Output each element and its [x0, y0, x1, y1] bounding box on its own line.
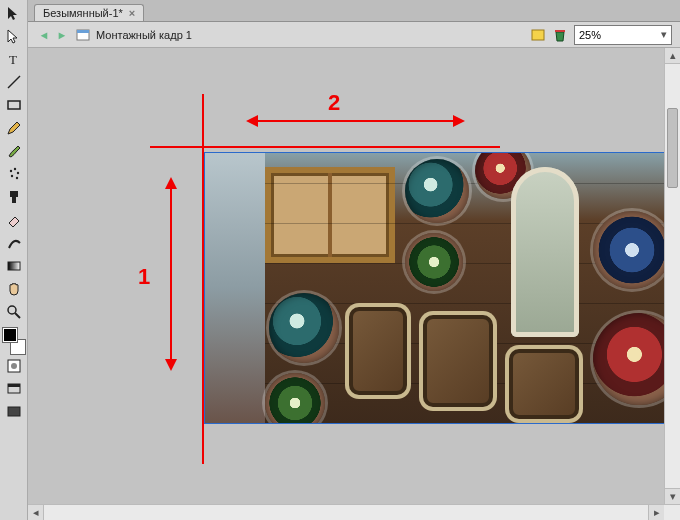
scroll-left-icon[interactable]: ◂ — [28, 505, 44, 520]
photo-window — [265, 167, 395, 263]
nav-arrows: ◄ ► — [36, 27, 70, 43]
docbar-right: 25% ▾ — [530, 25, 672, 45]
line-tool[interactable] — [3, 71, 25, 93]
type-tool[interactable]: T — [3, 48, 25, 70]
chevron-down-icon: ▾ — [661, 28, 667, 41]
photo-tall-panel — [511, 167, 579, 337]
zoom-tool[interactable] — [3, 301, 25, 323]
svg-point-6 — [10, 175, 12, 177]
photo-plank — [265, 183, 675, 184]
document-tabstrip: Безымянный-1* × — [28, 0, 680, 22]
preview-icon[interactable] — [530, 27, 546, 43]
scroll-down-icon[interactable]: ▾ — [665, 488, 680, 504]
photo-panel — [505, 345, 583, 423]
color-swatches[interactable] — [3, 328, 25, 354]
hand-tool[interactable] — [3, 278, 25, 300]
svg-line-1 — [8, 76, 20, 88]
photo-sky — [205, 153, 265, 423]
svg-rect-2 — [8, 101, 20, 109]
frame-title: Монтажный кадр 1 — [96, 29, 524, 41]
trash-icon[interactable] — [552, 27, 568, 43]
svg-rect-21 — [555, 30, 565, 32]
zoom-select[interactable]: 25% ▾ — [574, 25, 672, 45]
spray-tool[interactable] — [3, 163, 25, 185]
scroll-up-icon[interactable]: ▴ — [665, 48, 680, 64]
photo-mosaic — [265, 373, 325, 424]
svg-point-4 — [13, 168, 15, 170]
scroll-thumb-v[interactable] — [667, 108, 678, 188]
svg-point-11 — [8, 306, 16, 314]
scrollbar-vertical[interactable]: ▴ ▾ — [664, 48, 680, 504]
dimension-arrow-1 — [170, 179, 172, 369]
photo-mosaic — [593, 211, 671, 289]
screenmode-icon[interactable] — [3, 378, 25, 400]
svg-point-14 — [11, 363, 17, 369]
annotation-label-1: 1 — [138, 264, 150, 290]
move-tool[interactable] — [3, 2, 25, 24]
work-area: 1 2 — [28, 48, 680, 520]
background-swatch[interactable] — [11, 340, 25, 354]
pencil-tool[interactable] — [3, 117, 25, 139]
rectangle-tool[interactable] — [3, 94, 25, 116]
svg-point-3 — [9, 170, 11, 172]
photo-mosaic — [405, 159, 469, 223]
direct-selection-tool[interactable] — [3, 25, 25, 47]
frame-icon — [76, 28, 90, 42]
svg-rect-8 — [10, 191, 18, 197]
svg-rect-17 — [8, 407, 20, 416]
photo-mosaic — [269, 293, 339, 363]
canvas-stage[interactable]: 1 2 — [38, 54, 656, 496]
close-icon[interactable]: × — [129, 7, 135, 19]
svg-rect-10 — [8, 262, 20, 270]
svg-line-12 — [15, 313, 20, 318]
gradient-tool[interactable] — [3, 255, 25, 277]
placed-image[interactable] — [204, 152, 676, 424]
svg-point-5 — [16, 172, 18, 174]
svg-point-7 — [15, 177, 17, 179]
scroll-right-icon[interactable]: ▸ — [648, 505, 664, 520]
quickmask-icon[interactable] — [3, 355, 25, 377]
document-bar: ◄ ► Монтажный кадр 1 25% ▾ — [28, 22, 680, 48]
photo-panel — [345, 303, 411, 399]
brush-tool[interactable] — [3, 140, 25, 162]
main-area: Безымянный-1* × ◄ ► Монтажный кадр 1 25%… — [28, 0, 680, 520]
dimension-arrow-2 — [248, 120, 463, 122]
tools-panel: T — [0, 0, 28, 520]
photo-panel — [419, 311, 497, 411]
annotation-label-2: 2 — [328, 90, 340, 116]
clone-tool[interactable] — [3, 186, 25, 208]
photo-mosaic — [405, 233, 463, 291]
svg-rect-9 — [12, 197, 16, 203]
app-root: T Безымянный-1* × ◄ ► — [0, 0, 680, 520]
document-tab-label: Безымянный-1* — [43, 7, 123, 19]
svg-rect-20 — [532, 30, 544, 40]
zoom-value: 25% — [579, 29, 601, 41]
nav-back-icon[interactable]: ◄ — [36, 27, 52, 43]
eraser-tool[interactable] — [3, 209, 25, 231]
scrollbar-horizontal[interactable]: ◂ ▸ — [28, 504, 680, 520]
nav-fwd-icon[interactable]: ► — [54, 27, 70, 43]
svg-rect-16 — [8, 384, 20, 387]
svg-rect-19 — [77, 30, 89, 33]
foreground-swatch[interactable] — [3, 328, 17, 342]
smudge-tool[interactable] — [3, 232, 25, 254]
svg-text:T: T — [9, 52, 17, 67]
document-tab[interactable]: Безымянный-1* × — [34, 4, 144, 21]
screenmode2-icon[interactable] — [3, 401, 25, 423]
guide-horizontal — [150, 146, 500, 148]
